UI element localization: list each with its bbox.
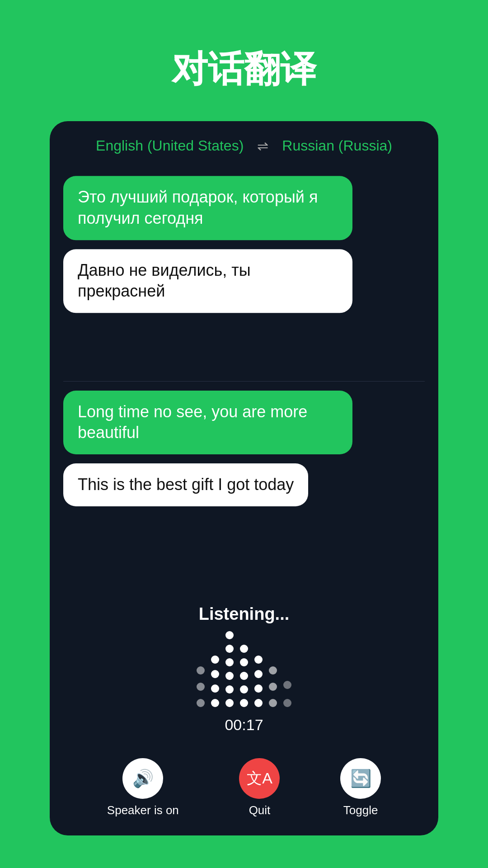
toggle-icon: 🔄 xyxy=(350,769,371,788)
translate-icon: 文A xyxy=(247,768,272,789)
quit-control: 文A Quit xyxy=(239,758,280,817)
dot xyxy=(225,631,234,639)
dot xyxy=(240,699,248,707)
chat-top-area: Это лучший подарок, который я получил се… xyxy=(50,167,438,381)
dot xyxy=(240,685,248,693)
dot xyxy=(225,645,234,653)
dot xyxy=(254,670,263,678)
app-title: 对话翻译 xyxy=(172,45,316,94)
dot xyxy=(197,666,205,675)
speaker-button[interactable]: 🔊 xyxy=(122,758,163,799)
speaker-label: Speaker is on xyxy=(107,803,179,817)
waveform-column-7 xyxy=(283,681,291,707)
chat-bottom-area: Long time no see, you are more beautiful… xyxy=(50,382,438,596)
dot xyxy=(269,666,277,675)
waveform-column-1 xyxy=(197,666,205,707)
language-header: English (United States) ⇌ Russian (Russi… xyxy=(50,121,438,167)
bottom-controls: 🔊 Speaker is on 文A Quit 🔄 Toggle xyxy=(50,749,438,835)
waveform-column-5 xyxy=(254,656,263,707)
list-item: Long time no see, you are more beautiful xyxy=(63,391,352,455)
list-item: This is the best gift I got today xyxy=(63,463,308,506)
list-item: Это лучший подарок, который я получил се… xyxy=(63,176,352,240)
speaker-control: 🔊 Speaker is on xyxy=(107,758,179,817)
listening-section: Listening... xyxy=(50,595,438,749)
timer-display: 00:17 xyxy=(225,716,263,734)
listening-status: Listening... xyxy=(199,604,290,624)
main-card: English (United States) ⇌ Russian (Russi… xyxy=(50,121,438,835)
waveform-column-6 xyxy=(269,666,277,707)
dot xyxy=(240,658,248,666)
dot xyxy=(211,699,219,707)
dot xyxy=(240,645,248,653)
dot xyxy=(254,656,263,664)
dot xyxy=(225,672,234,680)
source-language[interactable]: English (United States) xyxy=(96,137,244,154)
list-item: Давно не виделись, ты прекрасней xyxy=(63,249,352,313)
dot xyxy=(254,684,263,693)
speaker-icon: 🔊 xyxy=(132,769,154,788)
dot xyxy=(211,656,219,664)
dot xyxy=(197,683,205,691)
waveform-visualization xyxy=(197,635,291,707)
dot xyxy=(225,685,234,693)
dot xyxy=(283,681,291,689)
dot xyxy=(240,672,248,680)
toggle-label: Toggle xyxy=(343,803,378,817)
flipped-messages: Это лучший подарок, который я получил се… xyxy=(63,176,425,313)
waveform-column-4 xyxy=(240,645,248,707)
swap-icon[interactable]: ⇌ xyxy=(257,138,268,154)
target-language[interactable]: Russian (Russia) xyxy=(282,137,392,154)
dot xyxy=(197,699,205,707)
toggle-control: 🔄 Toggle xyxy=(340,758,381,817)
dot xyxy=(283,699,291,707)
waveform-column-3 xyxy=(225,631,234,707)
dot xyxy=(254,699,263,707)
quit-label: Quit xyxy=(249,803,271,817)
dot xyxy=(225,658,234,666)
quit-button[interactable]: 文A xyxy=(239,758,280,799)
dot xyxy=(269,683,277,691)
waveform-column-2 xyxy=(211,656,219,707)
toggle-button[interactable]: 🔄 xyxy=(340,758,381,799)
dot xyxy=(225,699,234,707)
dot xyxy=(211,670,219,678)
dot xyxy=(211,684,219,693)
dot xyxy=(269,699,277,707)
